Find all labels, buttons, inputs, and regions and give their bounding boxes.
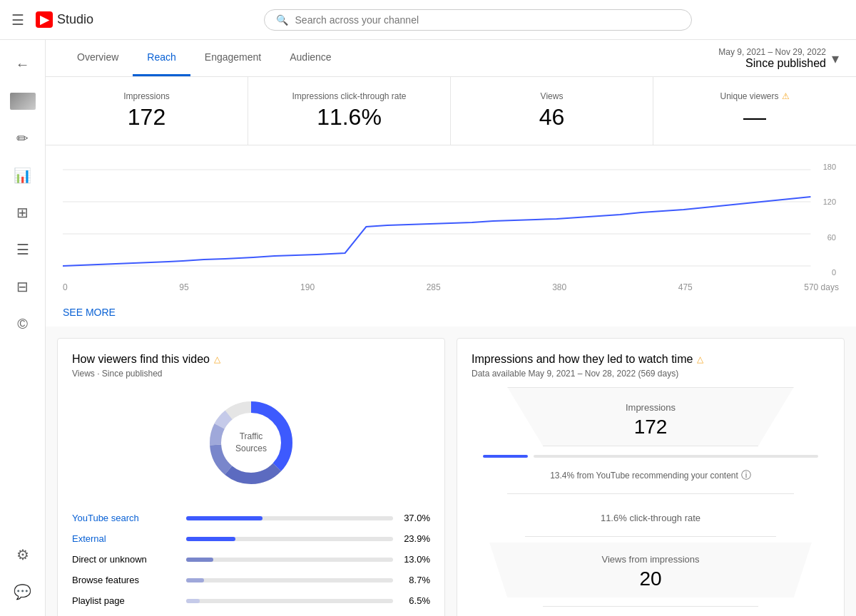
- main-content: Overview Reach Engagement Audience May 9…: [46, 40, 856, 616]
- funnel-divider-1: [507, 493, 794, 494]
- settings-item[interactable]: ⚙: [6, 538, 40, 572]
- info-icon-impressions[interactable]: ⓘ: [741, 469, 751, 482]
- donut-container: Traffic Sources: [72, 379, 430, 507]
- date-range-text: May 9, 2021 – Nov 29, 2022 Since publish…: [718, 47, 826, 70]
- stat-card-ctr: Impressions click-through rate 11.6%: [248, 77, 451, 145]
- views-funnel-label: Views from impressions: [500, 554, 801, 565]
- traffic-item-external: External 23.9%: [72, 533, 430, 544]
- stat-card-views: Views 46: [451, 77, 653, 145]
- grid-icon: ⊞: [16, 204, 29, 221]
- unique-viewers-label: Unique viewers ⚠: [720, 91, 789, 101]
- edit-item[interactable]: ✏: [6, 121, 40, 155]
- impressions-sub-container: 13.4% from YouTube recommending your con…: [472, 463, 830, 485]
- traffic-bar-fill-browse: [186, 578, 204, 582]
- date-range-sub: May 9, 2021 – Nov 29, 2022: [718, 47, 826, 57]
- search-bar[interactable]: 🔍: [264, 9, 692, 31]
- tab-overview[interactable]: Overview: [63, 40, 133, 76]
- traffic-bar-track-browse: [186, 578, 393, 582]
- funnel-title: Impressions and how they led to watch ti…: [472, 353, 830, 366]
- traffic-label-playlist: Playlist page: [72, 595, 179, 606]
- traffic-bar-fill-external: [186, 537, 235, 541]
- impressions-bar-fill: [483, 455, 528, 458]
- external-link[interactable]: External: [72, 533, 106, 544]
- thumbnail-item[interactable]: [6, 84, 40, 118]
- traffic-sources-card: How viewers find this video △ Views · Si…: [57, 338, 445, 616]
- traffic-warn-icon: △: [214, 354, 220, 364]
- traffic-pct-browse: 8.7%: [400, 575, 430, 585]
- feedback-item[interactable]: 💬: [6, 575, 40, 609]
- copyright-icon: ©: [17, 316, 28, 332]
- traffic-pct-direct: 13.0%: [400, 554, 430, 565]
- impressions-funnel-card: Impressions and how they led to watch ti…: [457, 338, 845, 616]
- traffic-card-subtitle: Views · Since published: [72, 369, 430, 379]
- traffic-pct-external: 23.9%: [400, 533, 430, 544]
- nav-tabs: Overview Reach Engagement Audience: [63, 40, 346, 76]
- impressions-funnel-value: 172: [501, 416, 800, 438]
- impressions-label: Impressions: [123, 91, 170, 101]
- ctr-label: Impressions click-through rate: [292, 91, 406, 101]
- tab-audience[interactable]: Audience: [275, 40, 345, 76]
- traffic-bar-fill-direct: [186, 558, 213, 562]
- funnel-divider-2: [525, 536, 775, 537]
- funnel-views-section: Views from impressions 20: [472, 543, 830, 597]
- views-funnel-value: 20: [500, 568, 801, 590]
- settings-icon: ⚙: [16, 546, 29, 563]
- chevron-down-icon: ▾: [832, 50, 839, 67]
- funnel-divider-3: [543, 606, 758, 607]
- donut-center-text: Traffic Sources: [235, 431, 267, 455]
- tab-reach[interactable]: Reach: [133, 40, 190, 76]
- impressions-value: 172: [128, 104, 165, 130]
- traffic-bar-track-playlist: [186, 599, 393, 603]
- menu-icon[interactable]: ☰: [11, 11, 24, 29]
- yt-search-link[interactable]: YouTube search: [72, 513, 139, 523]
- analytics-icon: 📊: [14, 167, 31, 184]
- funnel-impressions-section: Impressions 172: [472, 387, 830, 446]
- traffic-label-external: External: [72, 533, 179, 544]
- traffic-card-title: How viewers find this video △: [72, 353, 430, 366]
- tab-engagement[interactable]: Engagement: [190, 40, 275, 76]
- nav-tabs-bar: Overview Reach Engagement Audience May 9…: [46, 40, 856, 77]
- traffic-item-direct: Direct or unknown 13.0%: [72, 554, 430, 565]
- funnel-warn-icon: △: [697, 354, 703, 364]
- bottom-grid: How viewers find this video △ Views · Si…: [46, 327, 856, 616]
- back-icon: ←: [16, 56, 30, 73]
- impressions-sub-text: 13.4% from YouTube recommending your con…: [500, 469, 801, 482]
- grid-item[interactable]: ⊞: [6, 195, 40, 230]
- date-range-main: Since published: [718, 57, 826, 70]
- header-logo[interactable]: ▶ Studio: [36, 11, 93, 28]
- traffic-label-browse: Browse features: [72, 575, 179, 585]
- traffic-bar-fill-playlist: [186, 599, 200, 603]
- funnel-visual-wrapper: Impressions 172 13.4% from YouTube recom…: [472, 387, 830, 616]
- traffic-bar-track-external: [186, 537, 393, 541]
- date-range-selector[interactable]: May 9, 2021 – Nov 29, 2022 Since publish…: [718, 47, 839, 70]
- traffic-bar-track-direct: [186, 558, 393, 562]
- see-more-link[interactable]: SEE MORE: [63, 298, 839, 327]
- analytics-item[interactable]: 📊: [6, 158, 40, 192]
- ctr-value: 11.6%: [317, 104, 382, 130]
- subtitles-item[interactable]: ☰: [6, 232, 40, 267]
- chart-y-labels: 180 120 60 0: [820, 163, 839, 277]
- search-input[interactable]: [295, 14, 680, 26]
- traffic-item-yt-search: YouTube search 37.0%: [72, 513, 430, 523]
- views-label: Views: [541, 91, 564, 101]
- stat-card-unique-viewers: Unique viewers ⚠ —: [653, 77, 856, 145]
- back-button[interactable]: ←: [6, 47, 40, 81]
- traffic-bar-fill-yt: [186, 516, 263, 520]
- impressions-funnel-label: Impressions: [501, 402, 800, 413]
- traffic-bar-track-yt: [186, 516, 393, 520]
- views-value: 46: [539, 104, 565, 130]
- unique-viewers-value: —: [743, 104, 766, 130]
- subtitles-icon: ☰: [16, 241, 29, 258]
- traffic-item-playlist: Playlist page 6.5%: [72, 595, 430, 606]
- sidebar: ← ✏ 📊 ⊞ ☰ ⊟ © ⚙ 💬: [0, 40, 46, 616]
- chart-wrapper: 180 120 60 0: [63, 163, 839, 277]
- warn-icon: ⚠: [782, 91, 790, 101]
- copyright-item[interactable]: ©: [6, 307, 40, 341]
- header: ☰ ▶ Studio 🔍: [0, 0, 856, 40]
- monetization-item[interactable]: ⊟: [6, 270, 40, 304]
- traffic-label-yt-search: YouTube search: [72, 513, 179, 523]
- stats-row: Impressions 172 Impressions click-throug…: [46, 77, 856, 145]
- donut-wrapper: Traffic Sources: [201, 393, 301, 493]
- edit-icon: ✏: [16, 130, 29, 147]
- logo-text: Studio: [57, 12, 93, 27]
